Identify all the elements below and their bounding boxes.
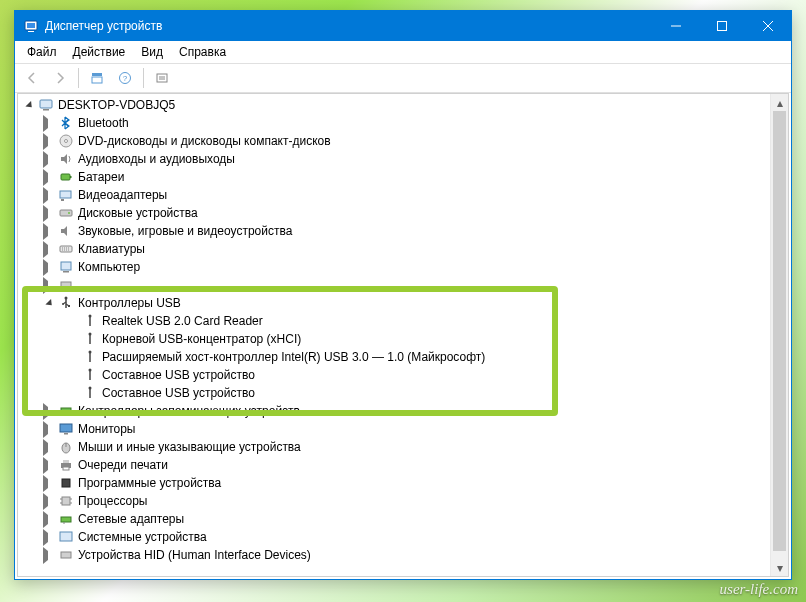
svg-rect-20 — [60, 191, 71, 198]
tree-root[interactable]: DESKTOP-VDOBJQ5 — [18, 96, 771, 114]
expander-icon[interactable] — [42, 115, 58, 132]
usb-icon — [82, 349, 98, 365]
menu-help[interactable]: Справка — [171, 43, 234, 61]
expander-icon[interactable] — [42, 421, 58, 438]
close-button[interactable] — [745, 11, 791, 41]
monitor-icon — [58, 421, 74, 437]
expander-icon[interactable] — [42, 241, 58, 258]
device-tree[interactable]: DESKTOP-VDOBJQ5 Bluetooth DVD-дисководы … — [18, 94, 771, 576]
window-title: Диспетчер устройств — [45, 19, 653, 33]
expander-icon[interactable] — [42, 493, 58, 510]
expander-icon[interactable] — [42, 547, 58, 564]
expander-icon[interactable] — [42, 223, 58, 240]
expander-icon[interactable] — [42, 187, 58, 204]
expander-icon[interactable] — [42, 277, 58, 294]
minimize-button[interactable] — [653, 11, 699, 41]
expander-icon[interactable] — [42, 259, 58, 276]
category-bluetooth[interactable]: Bluetooth — [18, 114, 771, 132]
svg-rect-28 — [63, 271, 69, 273]
svg-rect-53 — [62, 497, 70, 505]
category-dvd[interactable]: DVD-дисководы и дисководы компакт-дисков — [18, 132, 771, 150]
hid-icon — [58, 547, 74, 563]
category-hid[interactable]: Устройства HID (Human Interface Devices) — [18, 546, 771, 564]
usb-device[interactable]: Корневой USB-концентратор (xHCI) — [18, 330, 771, 348]
storage-icon — [58, 403, 74, 419]
usb-device[interactable]: Расширяемый хост-контроллер Intel(R) USB… — [18, 348, 771, 366]
menu-view[interactable]: Вид — [133, 43, 171, 61]
expander-icon[interactable] — [42, 439, 58, 456]
printer-icon — [58, 457, 74, 473]
scroll-thumb[interactable] — [773, 111, 786, 551]
controller-icon — [58, 277, 74, 293]
vertical-scrollbar[interactable]: ▴ ▾ — [770, 94, 788, 576]
category-usb[interactable]: Контроллеры USB — [18, 294, 771, 312]
category-network[interactable]: Сетевые адаптеры — [18, 510, 771, 528]
toolbar-separator — [78, 68, 79, 88]
expander-icon[interactable] — [42, 151, 58, 168]
category-audio[interactable]: Аудиовходы и аудиовыходы — [18, 150, 771, 168]
category-video[interactable]: Видеоадаптеры — [18, 186, 771, 204]
usb-icon — [82, 385, 98, 401]
menu-action[interactable]: Действие — [65, 43, 134, 61]
expander-icon[interactable] — [22, 103, 38, 108]
app-icon — [23, 18, 39, 34]
svg-rect-45 — [60, 424, 72, 432]
toolbar: ? — [15, 64, 791, 93]
svg-rect-60 — [60, 532, 72, 541]
help-button[interactable]: ? — [112, 65, 138, 91]
category-disk[interactable]: Дисковые устройства — [18, 204, 771, 222]
category-cpu[interactable]: Процессоры — [18, 492, 771, 510]
usb-icon — [82, 367, 98, 383]
battery-icon — [58, 169, 74, 185]
menu-file[interactable]: Файл — [19, 43, 65, 61]
usb-device[interactable]: Realtek USB 2.0 Card Reader — [18, 312, 771, 330]
category-ide[interactable]: Контроллеры IDE ATA/ATAPI — [18, 276, 771, 294]
titlebar[interactable]: Диспетчер устройств — [15, 11, 791, 41]
expander-icon[interactable] — [42, 529, 58, 546]
expander-icon[interactable] — [42, 475, 58, 492]
svg-rect-44 — [61, 408, 71, 414]
expander-icon[interactable] — [42, 301, 58, 306]
category-software[interactable]: Программные устройства — [18, 474, 771, 492]
category-monitor[interactable]: Мониторы — [18, 420, 771, 438]
expander-icon[interactable] — [42, 511, 58, 528]
svg-rect-21 — [61, 199, 64, 201]
category-sound[interactable]: Звуковые, игровые и видеоустройства — [18, 222, 771, 240]
scroll-down-button[interactable]: ▾ — [771, 559, 788, 576]
svg-rect-61 — [61, 552, 71, 558]
keyboard-icon — [58, 241, 74, 257]
display-adapter-icon — [58, 187, 74, 203]
svg-text:?: ? — [123, 74, 128, 83]
category-computer[interactable]: Компьютер — [18, 258, 771, 276]
category-storage[interactable]: Контроллеры запоминающих устройств — [18, 402, 771, 420]
properties-button[interactable] — [149, 65, 175, 91]
svg-rect-29 — [61, 282, 71, 288]
sound-icon — [58, 223, 74, 239]
usb-device[interactable]: Составное USB устройство — [18, 366, 771, 384]
svg-rect-58 — [61, 517, 71, 522]
category-print[interactable]: Очереди печати — [18, 456, 771, 474]
expander-icon[interactable] — [42, 403, 58, 420]
svg-rect-19 — [70, 176, 72, 178]
svg-rect-46 — [64, 433, 68, 435]
svg-rect-22 — [60, 210, 72, 216]
category-battery[interactable]: Батареи — [18, 168, 771, 186]
expander-icon[interactable] — [42, 457, 58, 474]
category-system[interactable]: Системные устройства — [18, 528, 771, 546]
watermark: user-life.com — [720, 581, 798, 598]
svg-point-32 — [62, 303, 64, 305]
show-hidden-button[interactable] — [84, 65, 110, 91]
forward-button[interactable] — [47, 65, 73, 91]
category-mouse[interactable]: Мыши и иные указывающие устройства — [18, 438, 771, 456]
scroll-up-button[interactable]: ▴ — [771, 94, 788, 111]
svg-rect-1 — [27, 23, 35, 28]
expander-icon[interactable] — [42, 169, 58, 186]
maximize-button[interactable] — [699, 11, 745, 41]
back-button[interactable] — [19, 65, 45, 91]
usb-device[interactable]: Составное USB устройство — [18, 384, 771, 402]
svg-rect-15 — [43, 109, 49, 111]
category-keyboard[interactable]: Клавиатуры — [18, 240, 771, 258]
expander-icon[interactable] — [42, 133, 58, 150]
usb-icon — [58, 295, 74, 311]
expander-icon[interactable] — [42, 205, 58, 222]
